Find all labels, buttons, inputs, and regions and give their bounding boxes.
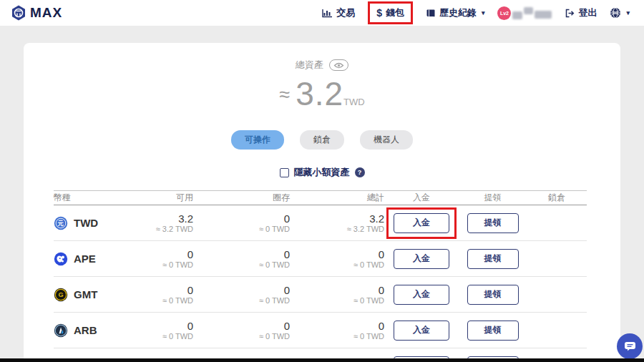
- available-cell: 0 ≈ 0 TWD: [132, 248, 193, 270]
- navbar-menu: 交易 $ 錢包 歷史紀錄 ▾ Lv2: [322, 0, 630, 26]
- deposit-highlight-box: 入金: [386, 207, 457, 239]
- deposit-button[interactable]: 入金: [394, 213, 449, 233]
- max-logo[interactable]: MAX: [10, 4, 62, 21]
- nav-wallet-label: 錢包: [386, 6, 404, 19]
- chevron-down-icon: ▾: [626, 9, 630, 16]
- hide-small-assets-checkbox[interactable]: [280, 168, 289, 177]
- total-cell: 3.2 ≈ 3.2 TWD: [290, 212, 384, 234]
- total-assets-label: 總資產: [296, 59, 323, 72]
- deposit-button[interactable]: 入金: [394, 285, 449, 305]
- table-row-ape: APE 0 ≈ 0 TWD 0 ≈ 0 TWD 0 ≈ 0 TWD 入金 提領: [54, 241, 587, 277]
- assets-table: 幣種 可用 圈存 總計 入金 提領 鎖倉 元 TWD 3.2 ≈ 3.2 TWD: [54, 190, 587, 362]
- total-assets-value: ≈3.2TWD: [24, 74, 620, 113]
- total-cell: 0 ≈ 0 TWD: [290, 320, 384, 341]
- total-cell: 0 ≈ 0 TWD: [290, 248, 384, 270]
- reserved-cell: 0 ≈ 0 TWD: [193, 212, 290, 234]
- nav-logout[interactable]: 登出: [565, 6, 597, 19]
- arb-coin-icon: [54, 323, 68, 338]
- redacted-username-block: [535, 11, 552, 19]
- total-assets-header: 總資產: [24, 59, 620, 72]
- coin-symbol: ARB: [74, 324, 97, 336]
- tab-operable[interactable]: 可操作: [231, 130, 284, 150]
- language-selector[interactable]: ▾: [610, 7, 630, 19]
- total-cell: 0 ≈ 0 TWD: [290, 284, 384, 305]
- available-cell: 3.2 ≈ 3.2 TWD: [132, 212, 193, 234]
- approx-sign: ≈: [279, 84, 290, 105]
- table-row-arb: ARB 0 ≈ 0 TWD 0 ≈ 0 TWD 0 ≈ 0 TWD 入金 提領: [54, 313, 587, 348]
- nav-trade-label: 交易: [336, 6, 355, 19]
- reserved-cell: 0 ≈ 0 TWD: [193, 320, 290, 341]
- coin-symbol: GMT: [74, 288, 97, 300]
- svg-text:G: G: [58, 291, 63, 298]
- logout-icon: [565, 9, 575, 18]
- assets-table-header: 幣種 可用 圈存 總計 入金 提領 鎖倉: [54, 190, 587, 205]
- withdraw-button[interactable]: 提領: [467, 213, 519, 233]
- total-amount: 3.2: [296, 75, 343, 112]
- bottom-letterbox-bar: [0, 358, 644, 362]
- tab-bot[interactable]: 機器人: [360, 130, 413, 150]
- user-account-chip[interactable]: Lv2: [497, 6, 552, 20]
- col-available: 可用: [132, 192, 193, 204]
- gmt-coin-icon: G: [54, 288, 68, 302]
- max-logo-icon: [10, 4, 27, 21]
- nav-logout-label: 登出: [578, 6, 597, 19]
- total-currency: TWD: [343, 97, 365, 107]
- svg-text:元: 元: [57, 220, 64, 227]
- reserved-cell: 0 ≈ 0 TWD: [193, 248, 290, 270]
- nav-history-label: 歷史紀錄: [439, 6, 477, 19]
- col-total: 總計: [290, 192, 384, 204]
- visibility-toggle-eye-icon[interactable]: [329, 59, 348, 71]
- available-cell: 0 ≈ 0 TWD: [132, 284, 193, 305]
- col-currency: 幣種: [54, 192, 132, 204]
- tab-locked[interactable]: 鎖倉: [300, 130, 344, 150]
- chevron-down-icon: ▾: [482, 9, 485, 16]
- deposit-button[interactable]: 入金: [394, 321, 449, 341]
- redacted-username-block: [524, 7, 533, 14]
- reserved-cell: 0 ≈ 0 TWD: [193, 284, 290, 305]
- col-deposit: 入金: [384, 192, 459, 204]
- nav-trade[interactable]: 交易: [322, 6, 355, 19]
- twd-coin-icon: 元: [54, 216, 68, 230]
- nav-history[interactable]: 歷史紀錄 ▾: [426, 6, 485, 19]
- wallet-highlight-box: $ 錢包: [368, 1, 413, 24]
- deposit-button[interactable]: 入金: [394, 249, 449, 269]
- dollar-icon: $: [376, 7, 382, 19]
- wallet-card: 總資產 ≈3.2TWD 可操作 鎖倉 機器人 隱藏小額資產 ? 幣種 可用 圈存…: [24, 43, 620, 362]
- user-level-badge: Lv2: [497, 6, 511, 20]
- coin-symbol: APE: [74, 253, 96, 265]
- globe-icon: [610, 7, 621, 19]
- available-cell: 0 ≈ 0 TWD: [132, 320, 193, 341]
- wallet-tabs: 可操作 鎖倉 機器人: [24, 130, 620, 150]
- table-row-twd: 元 TWD 3.2 ≈ 3.2 TWD 0 ≈ 0 TWD 3.2 ≈ 3.2 …: [54, 205, 587, 241]
- withdraw-button[interactable]: 提領: [467, 285, 519, 305]
- bar-chart-icon: [322, 9, 333, 18]
- ape-coin-icon: [54, 252, 68, 266]
- withdraw-button[interactable]: 提領: [467, 249, 519, 269]
- table-row-gmt: G GMT 0 ≈ 0 TWD 0 ≈ 0 TWD 0 ≈ 0 TWD 入金: [54, 277, 587, 313]
- chat-bubble-icon: [624, 341, 636, 351]
- col-locked: 鎖倉: [527, 192, 587, 204]
- col-reserved: 圈存: [193, 192, 290, 204]
- coin-symbol: TWD: [74, 217, 98, 229]
- nav-wallet[interactable]: $ 錢包: [376, 6, 404, 19]
- book-icon: [426, 9, 436, 18]
- hide-small-assets-row: 隱藏小額資產 ?: [24, 166, 620, 179]
- support-chat-button[interactable]: [617, 333, 643, 359]
- redacted-username-block: [512, 11, 522, 19]
- hide-small-assets-label: 隱藏小額資產: [294, 166, 350, 179]
- withdraw-button[interactable]: 提領: [467, 321, 519, 341]
- help-icon[interactable]: ?: [355, 167, 365, 177]
- max-logo-text: MAX: [30, 5, 62, 21]
- col-withdraw: 提領: [459, 192, 527, 204]
- top-navbar: MAX 交易 $ 錢包 歷史紀錄 ▾: [0, 0, 644, 26]
